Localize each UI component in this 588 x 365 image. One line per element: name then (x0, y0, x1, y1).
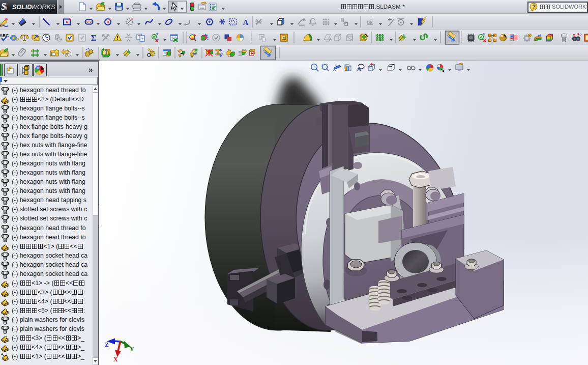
svg-text:X: X (113, 356, 118, 363)
svg-text:Z: Z (105, 341, 109, 348)
svg-text:?: ? (532, 4, 536, 10)
svg-text:?: ? (141, 37, 143, 41)
svg-text:ABC: ABC (0, 33, 9, 38)
svg-text:Σ: Σ (91, 33, 96, 43)
svg-text:A: A (243, 18, 249, 26)
svg-text:?: ? (579, 33, 582, 37)
svg-text:Y: Y (130, 346, 134, 353)
